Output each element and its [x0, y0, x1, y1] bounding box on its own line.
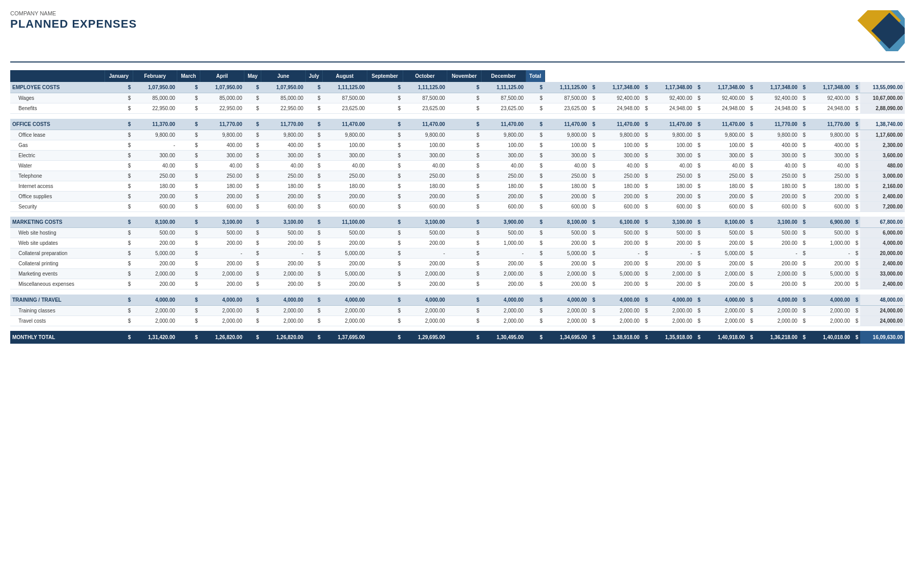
amount-cell: 87,500.00: [323, 93, 367, 103]
table-row: Web site hosting$500.00$500.00$500.00$50…: [10, 228, 905, 238]
amount-cell: 480.00: [860, 160, 905, 171]
amount-cell: 9,800.00: [323, 130, 367, 140]
amount-cell: 300.00: [133, 150, 177, 160]
currency-sign: $: [305, 130, 322, 140]
amount-cell: 600.00: [323, 201, 367, 212]
currency-sign: $: [105, 201, 133, 212]
currency-sign: $: [747, 269, 755, 279]
currency-sign: $: [244, 171, 261, 181]
amount-cell: 92,400.00: [702, 93, 747, 103]
monthly-total-amount: 1,35,918.00: [650, 331, 695, 344]
currency-sign: $: [852, 171, 860, 181]
row-label: Web site hosting: [10, 228, 105, 238]
col-header-apr: April: [200, 70, 244, 82]
amount-cell: -: [261, 248, 306, 259]
amount-cell: 92,400.00: [597, 93, 642, 103]
currency-sign: $: [852, 130, 860, 140]
amount-cell: 2,000.00: [323, 316, 367, 326]
col-header-sep: September: [367, 70, 403, 82]
currency-sign: $: [526, 181, 545, 191]
amount-cell: 500.00: [650, 228, 695, 238]
currency-sign: $: [305, 238, 322, 248]
amount-cell: 500.00: [755, 228, 800, 238]
amount-cell: 500.00: [323, 228, 367, 238]
currency-sign: $: [641, 130, 650, 140]
currency-sign: $: [852, 316, 860, 326]
amount-cell: 200.00: [323, 279, 367, 289]
currency-sign: $: [447, 191, 482, 201]
amount-cell: 85,000.00: [133, 93, 177, 103]
amount-cell: 200.00: [482, 259, 526, 269]
currency-sign: $: [526, 316, 545, 326]
amount-cell: 3,900.00: [482, 217, 526, 228]
currency-sign: $: [305, 295, 322, 306]
monthly-total-amount: 1,36,218.00: [755, 331, 800, 344]
row-label: Telephone: [10, 171, 105, 181]
currency-sign: $: [177, 119, 200, 130]
currency-sign: $: [105, 181, 133, 191]
amount-cell: 6,900.00: [808, 217, 852, 228]
amount-cell: 24,948.00: [755, 103, 800, 114]
currency-sign: $: [799, 269, 807, 279]
currency-sign: $: [177, 201, 200, 212]
currency-sign: $: [747, 181, 755, 191]
amount-cell: 200.00: [482, 279, 526, 289]
currency-sign: $: [367, 228, 403, 238]
currency-sign: $: [447, 217, 482, 228]
table-row: Wages$85,000.00$85,000.00$85,000.00$87,5…: [10, 93, 905, 103]
amount-cell: 300.00: [755, 150, 800, 160]
amount-cell: 5,000.00: [323, 269, 367, 279]
amount-cell: 2,000.00: [261, 305, 306, 316]
row-label: Collateral printing: [10, 259, 105, 269]
currency-sign: $: [305, 269, 322, 279]
amount-cell: 300.00: [808, 150, 852, 160]
currency-sign: $: [177, 150, 200, 160]
amount-cell: 9,800.00: [403, 130, 447, 140]
currency-sign: $: [589, 228, 597, 238]
monthly-total-amount: 1,38,918.00: [597, 331, 642, 344]
amount-cell: 2,000.00: [482, 316, 526, 326]
currency-sign: $: [589, 331, 597, 344]
header-left: COMPANY NAME PLANNED EXPENSES: [10, 10, 137, 31]
currency-sign: $: [367, 279, 403, 289]
amount-cell: 200.00: [545, 259, 589, 269]
amount-cell: 40.00: [403, 160, 447, 171]
amount-cell: 250.00: [755, 171, 800, 181]
currency-sign: $: [641, 119, 650, 130]
amount-cell: 5,000.00: [702, 248, 747, 259]
amount-cell: 9,800.00: [200, 130, 244, 140]
amount-cell: 4,000.00: [650, 295, 695, 306]
currency-sign: $: [694, 259, 702, 269]
currency-sign: $: [526, 140, 545, 150]
amount-cell: 1,000.00: [482, 238, 526, 248]
col-header-oct: October: [403, 70, 447, 82]
currency-sign: $: [694, 130, 702, 140]
amount-cell: 600.00: [403, 201, 447, 212]
amount-cell: 180.00: [261, 181, 306, 191]
amount-cell: 22,950.00: [200, 103, 244, 114]
amount-cell: 4,000.00: [545, 295, 589, 306]
amount-cell: 200.00: [545, 279, 589, 289]
amount-cell: 5,000.00: [323, 248, 367, 259]
amount-cell: 200.00: [200, 238, 244, 248]
amount-cell: 600.00: [702, 201, 747, 212]
currency-sign: $: [244, 181, 261, 191]
currency-sign: $: [526, 217, 545, 228]
amount-cell: 500.00: [482, 228, 526, 238]
currency-sign: $: [244, 238, 261, 248]
amount-cell: 200.00: [261, 191, 306, 201]
currency-sign: $: [641, 279, 650, 289]
amount-cell: 1,17,600.00: [860, 130, 905, 140]
amount-cell: 1,11,125.00: [323, 82, 367, 93]
currency-sign: $: [852, 181, 860, 191]
amount-cell: 22,950.00: [133, 103, 177, 114]
amount-cell: 180.00: [597, 181, 642, 191]
amount-cell: 200.00: [755, 279, 800, 289]
amount-cell: 180.00: [403, 181, 447, 191]
amount-cell: 40.00: [650, 160, 695, 171]
amount-cell: 13,55,090.00: [860, 82, 905, 93]
amount-cell: 1,11,125.00: [545, 82, 589, 93]
row-label: Water: [10, 160, 105, 171]
amount-cell: 9,800.00: [702, 130, 747, 140]
amount-cell: 200.00: [323, 238, 367, 248]
